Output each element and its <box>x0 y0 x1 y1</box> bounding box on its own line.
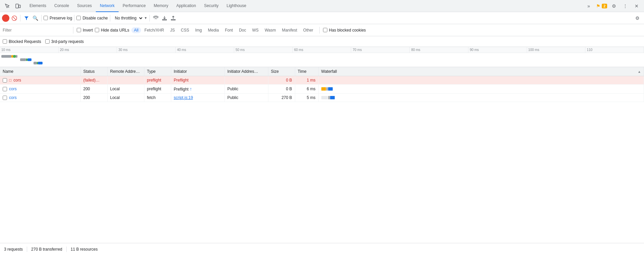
close-button[interactable]: ✕ <box>632 1 641 11</box>
initiator-link-row3[interactable]: script.js:19 <box>174 95 193 100</box>
tick-70ms: 70 ms <box>351 47 410 53</box>
invert-label[interactable]: Invert <box>77 28 93 33</box>
filter-pill-media[interactable]: Media <box>205 27 221 33</box>
network-toolbar: 🚫 🔍 Preserve log Disable cache No thrott… <box>0 12 644 24</box>
col-header-waterfall[interactable]: Waterfall ▲ <box>318 67 644 76</box>
blocked-requests-checkbox[interactable] <box>3 39 7 44</box>
tab-application[interactable]: Application <box>172 0 200 12</box>
device-icon[interactable] <box>13 1 23 11</box>
cell-type-row1: preflight <box>144 76 171 85</box>
settings-button[interactable]: ⚙ <box>609 1 619 11</box>
mini-bar-row3-recv <box>38 62 43 64</box>
filter-pill-all[interactable]: All <box>131 27 141 33</box>
filter-pill-wasm[interactable]: Wasm <box>262 27 279 33</box>
col-header-initaddr[interactable]: Initiator Addres… <box>224 67 268 76</box>
network-settings-icon[interactable]: ⚙ <box>633 13 642 23</box>
table-body: □ cors (failed)… preflight Preflight 0 B <box>0 76 644 102</box>
disable-cache-checkbox[interactable] <box>76 16 81 20</box>
row2-name[interactable]: cors <box>9 87 17 91</box>
filter-pill-manifest[interactable]: Manifest <box>279 27 300 33</box>
throttle-select[interactable]: No throttling <box>112 15 143 21</box>
tick-50ms: 50 ms <box>234 47 293 53</box>
has-blocked-label[interactable]: Has blocked cookies <box>323 28 366 33</box>
row2-checkbox[interactable] <box>3 87 7 91</box>
tab-network[interactable]: Network <box>96 0 119 12</box>
preserve-log-label[interactable]: Preserve log <box>44 16 72 20</box>
more-options-button[interactable]: ⋮ <box>621 1 630 11</box>
filter-bar: Invert Hide data URLs All Fetch/XHR JS C… <box>0 24 644 36</box>
preserve-log-checkbox[interactable] <box>44 16 48 20</box>
filter-pill-other[interactable]: Other <box>301 27 316 33</box>
search-icon[interactable]: 🔍 <box>31 14 39 22</box>
invert-checkbox[interactable] <box>77 28 81 32</box>
filter-pill-doc[interactable]: Doc <box>236 27 249 33</box>
record-button[interactable] <box>2 14 9 22</box>
blocked-requests-label[interactable]: Blocked Requests <box>3 39 41 44</box>
third-party-checkbox[interactable] <box>45 39 50 44</box>
cell-size-row3: 270 B <box>268 94 295 102</box>
mini-bar-row1-wait <box>16 55 17 58</box>
filter-pill-ws[interactable]: WS <box>250 27 261 33</box>
col-header-name[interactable]: Name <box>0 67 80 76</box>
row3-name[interactable]: cors <box>9 95 17 100</box>
cell-initaddr-row1 <box>224 76 268 85</box>
tab-lighthouse[interactable]: Lighthouse <box>222 0 250 12</box>
error-icon-row1: □ <box>9 78 11 83</box>
filter-separator-2 <box>319 27 320 34</box>
row1-name[interactable]: cors <box>13 78 21 83</box>
filter-pills: All Fetch/XHR JS CSS Img Media Font Doc … <box>131 27 316 33</box>
hide-data-urls-checkbox[interactable] <box>95 28 99 32</box>
wf-seg-gray-row2 <box>326 87 328 91</box>
sort-arrow: ▲ <box>638 70 641 73</box>
has-blocked-checkbox[interactable] <box>323 28 327 32</box>
col-header-initiator[interactable]: Initiator <box>171 67 224 76</box>
cell-type-row3: fetch <box>144 94 171 102</box>
tab-elements[interactable]: Elements <box>25 0 50 12</box>
col-header-size[interactable]: Size <box>268 67 295 76</box>
tab-console[interactable]: Console <box>50 0 73 12</box>
cell-remote-row2: Local <box>107 85 144 94</box>
mini-bar-row2-stall <box>20 58 26 61</box>
tab-memory[interactable]: Memory <box>150 0 172 12</box>
import-icon[interactable] <box>160 14 169 22</box>
cell-initaddr-row2: Public <box>224 85 268 94</box>
filter-pill-css[interactable]: CSS <box>178 27 192 33</box>
cell-time-row1: 1 ms <box>295 76 318 85</box>
filter-pill-js[interactable]: JS <box>168 27 178 33</box>
col-header-type[interactable]: Type <box>144 67 171 76</box>
third-party-label[interactable]: 3rd-party requests <box>45 39 84 44</box>
row1-checkbox[interactable] <box>3 78 7 83</box>
export-icon[interactable] <box>169 14 177 22</box>
col-header-time[interactable]: Time <box>295 67 318 76</box>
devtools-icons <box>3 1 23 11</box>
hide-data-urls-label[interactable]: Hide data URLs <box>95 28 129 33</box>
filter-pill-img[interactable]: Img <box>192 27 204 33</box>
clear-button[interactable]: 🚫 <box>10 14 18 22</box>
col-header-remote[interactable]: Remote Addres… <box>107 67 144 76</box>
tab-performance[interactable]: Performance <box>119 0 150 12</box>
filter-pill-font[interactable]: Font <box>222 27 236 33</box>
toolbar-separator-2 <box>41 15 42 21</box>
filter-input[interactable] <box>3 28 70 33</box>
cell-remote-row1 <box>107 76 144 85</box>
tick-40ms: 40 ms <box>176 47 234 53</box>
preflight-icon-row2[interactable]: ↑ <box>190 86 192 92</box>
timeline: 10 ms 20 ms 30 ms 40 ms 50 ms 60 ms 70 m… <box>0 47 644 67</box>
cell-size-row1: 0 B <box>268 76 295 85</box>
tab-security[interactable]: Security <box>200 0 222 12</box>
tab-sources[interactable]: Sources <box>73 0 96 12</box>
wf-seg-yellow-row2 <box>321 87 326 91</box>
badge-count: 2 <box>602 4 607 8</box>
wf-seg-light-row3 <box>321 96 328 99</box>
filter-icon[interactable] <box>22 14 30 22</box>
svg-rect-0 <box>16 4 18 8</box>
row3-checkbox[interactable] <box>3 96 7 100</box>
inspect-icon[interactable] <box>3 1 12 11</box>
filter-pill-fetchxhr[interactable]: Fetch/XHR <box>142 27 167 33</box>
tick-60ms: 60 ms <box>293 47 351 53</box>
wifi-icon[interactable] <box>152 14 160 22</box>
cell-size-row2: 0 B <box>268 85 295 94</box>
disable-cache-label[interactable]: Disable cache <box>76 16 108 20</box>
more-tabs-button[interactable]: » <box>584 1 593 11</box>
col-header-status[interactable]: Status <box>80 67 107 76</box>
